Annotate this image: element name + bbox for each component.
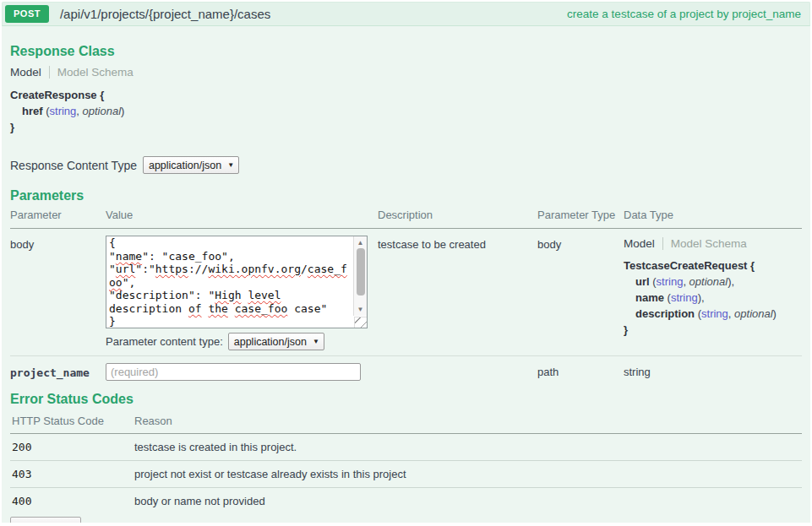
property-name: href (22, 105, 43, 117)
method-badge[interactable]: POST (5, 5, 49, 23)
property-paren: ( (664, 291, 671, 304)
property-paren: ( (695, 307, 701, 320)
try-it-out-button[interactable]: Try it out! (10, 517, 81, 523)
model-property: description (string, optional) (624, 306, 802, 322)
status-code: 200 (12, 441, 134, 453)
property-type: string (671, 291, 698, 304)
endpoint-path[interactable]: /api/v1/projects/{project_name}/cases (60, 7, 270, 21)
textarea-resize-grip[interactable] (354, 317, 367, 328)
selected-value: application/json (149, 160, 221, 171)
param-description: testcase to be created (378, 236, 537, 350)
param-description (378, 363, 537, 381)
property-name: description (635, 307, 695, 320)
property-close: ), (728, 275, 734, 288)
param-type: body (537, 236, 624, 350)
property-sep: , (76, 105, 82, 117)
table-row: 403 project not exist or testcase alread… (10, 460, 802, 487)
model-close: } (624, 322, 802, 338)
param-name-body: body (10, 236, 106, 350)
table-row-body-param: body { "name": "case_foo", "url":"https:… (10, 229, 802, 355)
swagger-operation-panel: POST /api/v1/projects/{project_name}/cas… (0, 0, 812, 526)
tab-separator (49, 66, 50, 79)
parameter-content-type-select[interactable]: application/json ▼ (228, 333, 324, 350)
property-type: string (50, 105, 77, 117)
property-sep: , (728, 307, 734, 320)
model-open: CreateResponse { (10, 87, 802, 103)
col-parameter-type: Parameter Type (537, 209, 624, 221)
col-data-type: Data Type (624, 209, 802, 221)
status-code: 403 (12, 468, 134, 480)
model-property: name (string), (624, 290, 802, 306)
col-description: Description (378, 209, 537, 221)
operation-summary-link[interactable]: create a testcase of a project by projec… (567, 8, 801, 20)
param-type: path (537, 363, 624, 381)
col-reason: Reason (134, 415, 802, 427)
model-close: } (10, 119, 802, 135)
param-data-type: Model Model Schema TestcaseCreateRequest… (624, 236, 802, 350)
tab-model[interactable]: Model (10, 66, 41, 79)
param-name-project-name: project_name (10, 363, 106, 381)
body-value-textarea[interactable]: { "name": "case_foo", "url":"https://wik… (106, 236, 368, 328)
body-value-text: { "name": "case_foo", "url":"https://wik… (106, 236, 353, 328)
response-content-type-row: Response Content Type application/json ▼ (10, 156, 802, 174)
error-codes-table: HTTP Status Code Reason 200 testcase is … (10, 410, 802, 514)
status-code: 400 (12, 495, 134, 507)
model-open: TestcaseCreateRequest { (624, 258, 802, 274)
property-close: ) (773, 307, 777, 320)
scroll-down-icon[interactable]: ▼ (357, 305, 364, 316)
error-table-header: HTTP Status Code Reason (10, 410, 802, 434)
status-reason: body or name not provided (134, 495, 802, 507)
response-class-heading: Response Class (10, 26, 802, 59)
request-model-tabs: Model Model Schema (624, 237, 802, 250)
dropdown-arrow-icon: ▼ (313, 339, 319, 345)
parameters-table-header: Parameter Value Description Parameter Ty… (10, 209, 802, 229)
property-close: ), (698, 291, 705, 304)
property-name: url (635, 275, 650, 288)
property-paren: ( (43, 105, 50, 117)
parameter-content-type-row: Parameter content type: application/json… (106, 333, 378, 350)
parameters-heading: Parameters (10, 187, 802, 203)
textarea-scrollbar[interactable]: ▲ ▼ (353, 236, 367, 316)
operation-header: POST /api/v1/projects/{project_name}/cas… (2, 2, 810, 26)
property-modifier: optional (734, 307, 773, 320)
table-row-project-name-param: project_name path string (10, 355, 802, 389)
property-sep: , (683, 275, 689, 288)
property-name: name (635, 291, 664, 304)
scroll-up-icon[interactable]: ▲ (357, 236, 364, 248)
tab-model[interactable]: Model (624, 237, 655, 250)
tab-separator (662, 237, 663, 250)
status-reason: project not exist or testcase already ex… (134, 468, 802, 480)
property-type: string (701, 307, 728, 320)
property-modifier: optional (83, 105, 122, 117)
col-http-status-code: HTTP Status Code (12, 415, 134, 427)
response-class-tabs: Model Model Schema (10, 66, 802, 79)
tab-model-schema[interactable]: Model Schema (671, 237, 747, 250)
col-value: Value (106, 209, 378, 221)
project-name-input[interactable] (106, 363, 361, 381)
dropdown-arrow-icon: ▼ (227, 162, 234, 169)
request-model-signature: TestcaseCreateRequest { url (string, opt… (624, 258, 802, 338)
tab-model-schema[interactable]: Model Schema (57, 66, 134, 79)
selected-value: application/json (234, 336, 307, 348)
property-close: ) (121, 105, 124, 117)
model-property: url (string, optional), (624, 274, 802, 290)
response-model-signature: CreateResponse { href (string, optional)… (10, 87, 802, 135)
parameter-content-type-label: Parameter content type: (106, 335, 223, 348)
scrollbar-thumb[interactable] (357, 248, 365, 296)
table-row: 200 testcase is created in this project. (10, 434, 802, 460)
parameters-table: Parameter Value Description Parameter Ty… (10, 209, 802, 389)
param-data-type: string (624, 363, 802, 381)
col-parameter: Parameter (10, 209, 106, 221)
property-paren: ( (650, 275, 657, 288)
operation-content: Response Class Model Model Schema Create… (2, 26, 810, 523)
error-status-codes-heading: Error Status Codes (10, 391, 802, 407)
response-content-type-select[interactable]: application/json ▼ (143, 156, 239, 174)
property-modifier: optional (689, 275, 728, 288)
status-reason: testcase is created in this project. (134, 441, 802, 453)
property-type: string (657, 275, 684, 288)
table-row: 400 body or name not provided (10, 487, 802, 514)
model-property: href (string, optional) (10, 103, 802, 119)
response-content-type-label: Response Content Type (10, 159, 137, 172)
